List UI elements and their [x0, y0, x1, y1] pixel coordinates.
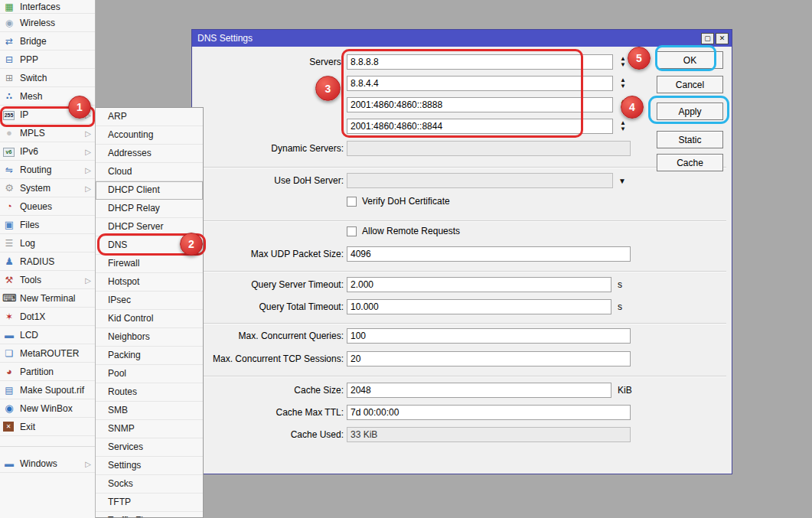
sidebar-item-interfaces[interactable]: Interfaces — [0, 0, 95, 14]
use-doh-server-label: Use DoH Server: — [191, 173, 344, 188]
close-icon[interactable]: ✕ — [716, 33, 729, 44]
dropdown-arrow-icon[interactable]: ▼ — [618, 177, 626, 185]
sidebar-item-tools[interactable]: Tools ▷ — [0, 271, 95, 289]
ok-button[interactable]: OK — [657, 51, 723, 69]
sidebar-item-bridge[interactable]: Bridge — [0, 32, 95, 50]
lcd-icon — [3, 329, 15, 341]
partition-icon — [3, 366, 15, 378]
submenu-item-cloud[interactable]: Cloud — [96, 163, 203, 181]
dynamic-servers-input — [347, 141, 631, 156]
submenu-item-hotspot[interactable]: Hotspot — [96, 273, 203, 292]
servers-spinner-1[interactable]: ▲▼ — [618, 54, 628, 70]
cache-button[interactable]: Cache — [657, 154, 723, 171]
sidebar-item-ipv6[interactable]: IPv6 ▷ — [0, 142, 95, 161]
submenu-item-socks[interactable]: Socks — [96, 475, 203, 494]
verify-doh-certificate-label: Verify DoH Certificate — [362, 197, 450, 207]
query-server-timeout-unit: s — [618, 277, 622, 292]
sidebar-item-dot1x[interactable]: Dot1X — [0, 308, 95, 326]
switch-icon — [3, 72, 15, 84]
submenu-item-pool[interactable]: Pool — [96, 365, 203, 383]
query-total-timeout-input[interactable] — [347, 299, 611, 314]
sidebar-item-exit[interactable]: Exit — [0, 418, 95, 436]
metarouter-icon — [3, 347, 15, 360]
sidebar-item-metarouter[interactable]: MetaROUTER — [0, 344, 95, 363]
sidebar-item-switch[interactable]: Switch — [0, 69, 95, 87]
submenu-item-tftp[interactable]: TFTP — [96, 494, 203, 512]
sidebar-item-lcd[interactable]: LCD — [0, 326, 95, 344]
sidebar-item-ppp[interactable]: PPP — [0, 50, 95, 69]
sidebar-item-mesh[interactable]: Mesh — [0, 87, 95, 106]
submenu-item-routes[interactable]: Routes — [96, 383, 203, 402]
servers-input-4[interactable] — [347, 119, 613, 134]
sidebar-item-log[interactable]: Log — [0, 234, 95, 252]
submenu-arrow-icon: ▷ — [85, 147, 91, 155]
dns-settings-dialog: DNS Settings ▢ ✕ Servers: ▲▼ ▲▼ ▲▼ ▲▼ Dy… — [191, 29, 732, 474]
apply-button[interactable]: Apply — [657, 103, 723, 120]
cache-size-input[interactable] — [347, 383, 611, 398]
sidebar-item-ip[interactable]: IP ▷ — [0, 106, 95, 124]
servers-spinner-4[interactable]: ▲▼ — [618, 119, 628, 134]
submenu-item-addresses[interactable]: Addresses — [96, 145, 203, 163]
dialog-body: Servers: ▲▼ ▲▼ ▲▼ ▲▼ Dynamic Servers: Us… — [192, 47, 732, 474]
max-concurrent-tcp-sessions-input[interactable] — [347, 351, 631, 367]
submenu-item-smb[interactable]: SMB — [96, 402, 203, 420]
sidebar-item-files[interactable]: Files — [0, 216, 95, 234]
static-button[interactable]: Static — [657, 131, 723, 148]
servers-input-2[interactable] — [347, 76, 613, 91]
query-total-timeout-label: Query Total Timeout: — [191, 299, 344, 314]
supout-icon — [3, 384, 15, 396]
cache-used-label: Cache Used: — [191, 427, 344, 442]
cancel-button[interactable]: Cancel — [657, 76, 723, 93]
submenu-item-services[interactable]: Services — [96, 438, 203, 457]
query-server-timeout-input[interactable] — [347, 277, 611, 292]
submenu-item-traffic-flow[interactable]: Traffic Flow — [96, 512, 203, 518]
cache-max-ttl-label: Cache Max TTL: — [191, 405, 344, 420]
submenu-item-accounting[interactable]: Accounting — [96, 126, 203, 145]
submenu-item-dns[interactable]: DNS — [96, 236, 203, 255]
submenu-item-snmp[interactable]: SNMP — [96, 420, 203, 438]
exit-icon — [3, 422, 14, 432]
use-doh-server-input[interactable] — [347, 173, 613, 188]
sidebar-item-make-supout[interactable]: Make Supout.rif — [0, 381, 95, 399]
spinner-down-icon: ▼ — [620, 105, 626, 111]
submenu-item-dhcp-client[interactable]: DHCP Client — [96, 181, 203, 200]
sidebar-item-new-winbox[interactable]: New WinBox — [0, 399, 95, 418]
max-concurrent-queries-input[interactable] — [347, 328, 631, 344]
submenu-item-settings[interactable]: Settings — [96, 457, 203, 475]
submenu-item-neighbors[interactable]: Neighbors — [96, 328, 203, 347]
dot1x-icon — [3, 311, 15, 323]
submenu-item-kid-control[interactable]: Kid Control — [96, 310, 203, 328]
sidebar-item-windows[interactable]: Windows ▷ — [0, 454, 95, 473]
submenu-item-ipsec[interactable]: IPsec — [96, 292, 203, 310]
servers-input-1[interactable] — [347, 54, 613, 70]
submenu-item-arp[interactable]: ARP — [96, 108, 203, 126]
submenu-arrow-icon: ▷ — [85, 165, 91, 174]
sidebar-item-routing[interactable]: Routing ▷ — [0, 161, 95, 179]
sidebar-item-system[interactable]: System ▷ — [0, 179, 95, 197]
submenu-item-dhcp-relay[interactable]: DHCP Relay — [96, 200, 203, 218]
dynamic-servers-label: Dynamic Servers: — [191, 141, 344, 156]
submenu-item-packing[interactable]: Packing — [96, 347, 203, 365]
submenu-arrow-icon: ▷ — [85, 184, 91, 192]
submenu-arrow-icon: ▷ — [85, 459, 91, 468]
maximize-icon[interactable]: ▢ — [701, 33, 714, 44]
submenu-item-dhcp-server[interactable]: DHCP Server — [96, 218, 203, 236]
sidebar-item-mpls[interactable]: MPLS ▷ — [0, 124, 95, 142]
dialog-titlebar[interactable]: DNS Settings ▢ ✕ — [192, 30, 732, 47]
allow-remote-requests-checkbox[interactable] — [347, 226, 357, 236]
max-udp-packet-size-input[interactable] — [347, 246, 631, 262]
servers-spinner-3[interactable]: ▲▼ — [618, 97, 628, 112]
radius-icon — [3, 256, 15, 268]
cache-max-ttl-input[interactable] — [347, 405, 631, 420]
sidebar-item-radius[interactable]: RADIUS — [0, 252, 95, 271]
servers-spinner-2[interactable]: ▲▼ — [618, 76, 628, 91]
sidebar-item-new-terminal[interactable]: New Terminal — [0, 289, 95, 308]
servers-label: Servers: — [191, 54, 344, 70]
mesh-icon — [3, 90, 15, 103]
servers-input-3[interactable] — [347, 97, 613, 112]
sidebar-item-partition[interactable]: Partition — [0, 363, 95, 381]
sidebar-item-wireless[interactable]: Wireless — [0, 14, 95, 32]
submenu-item-firewall[interactable]: Firewall — [96, 255, 203, 273]
sidebar-item-queues[interactable]: Queues — [0, 197, 95, 216]
verify-doh-certificate-checkbox[interactable] — [347, 197, 357, 207]
